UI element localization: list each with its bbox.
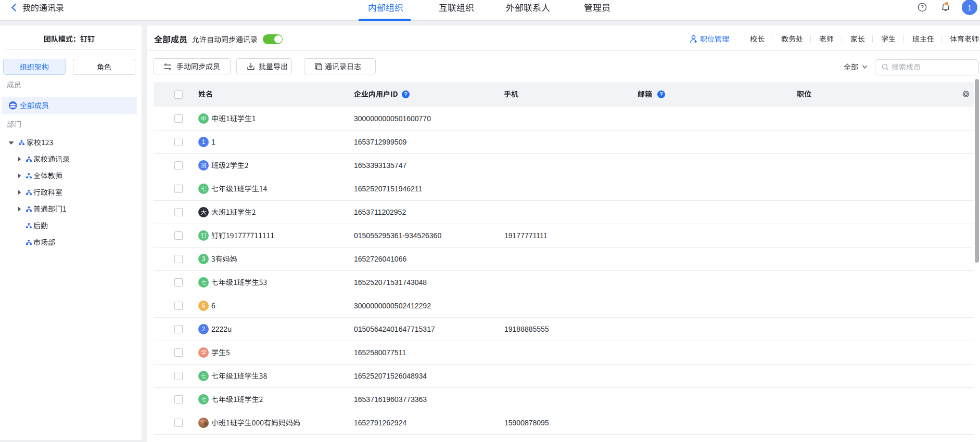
svg-text:?: ?	[921, 4, 924, 10]
svg-text:?: ?	[659, 92, 663, 97]
svg-text:?: ?	[404, 92, 407, 97]
